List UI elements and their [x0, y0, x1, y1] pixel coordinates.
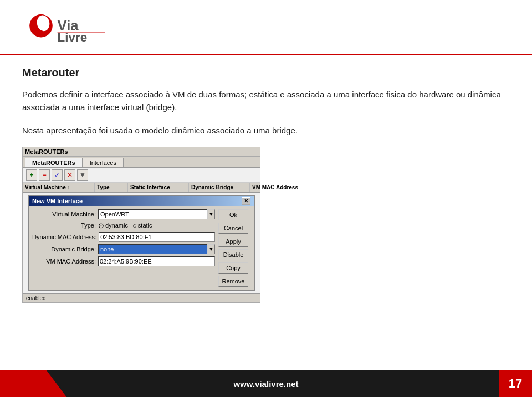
dialog-overlay: New VM Interface ✕ Virtual Machine: Open… [23, 195, 260, 291]
vm-field-row: Virtual Machine: OpenWRT ▼ [32, 209, 215, 219]
radio-dynamic-label: dynamic [105, 222, 128, 229]
col-static: Static Interface [128, 183, 189, 192]
win-title: MetaROUTERs [25, 148, 68, 155]
remove-button-dialog[interactable]: Remove [218, 276, 248, 287]
win-titlebar: MetaROUTERs [23, 147, 260, 157]
apply-button[interactable]: Apply [218, 236, 248, 247]
cancel-button[interactable]: ✕ [64, 169, 75, 181]
vm-input-group: OpenWRT ▼ [98, 209, 215, 219]
type-radio-group: ⊙ dynamic ○ static [98, 221, 152, 230]
vm-input[interactable]: OpenWRT [98, 209, 207, 219]
bridge-label: Dynamic Bridge: [32, 246, 96, 252]
type-field-row: Type: ⊙ dynamic ○ static [32, 221, 215, 230]
header: Via Livre [0, 0, 532, 54]
status-text: enabled [26, 295, 46, 301]
remove-button[interactable]: − [39, 169, 50, 181]
dialog-close-button[interactable]: ✕ [242, 197, 250, 205]
tab-metarouters[interactable]: MetaROUTERs [25, 158, 83, 167]
win-tabs: MetaROUTERs Interfaces [23, 157, 260, 168]
bridge-dropdown-btn[interactable]: ▼ [207, 244, 215, 254]
table-header: Virtual Machine ↑ Type Static Interface … [23, 183, 260, 193]
vm-mac-input[interactable]: 02:24:A5:9B:90:EE [98, 256, 215, 266]
dialog-titlebar: New VM Interface ✕ [29, 196, 254, 206]
logo: Via Livre [17, 10, 105, 49]
radio-static[interactable]: ○ static [132, 221, 152, 230]
check-button[interactable]: ✓ [52, 169, 63, 181]
ok-button[interactable]: Ok [218, 209, 248, 220]
bridge-field-row: Dynamic Bridge: none ▼ [32, 244, 215, 254]
body-text-1: Podemos definir a interface associado à … [22, 88, 510, 114]
mac-input[interactable]: 02:53:83:BD:80:F1 [99, 232, 215, 242]
radio-dynamic-icon: ⊙ [98, 221, 104, 230]
vm-mac-label: VM MAC Address: [32, 258, 96, 265]
copy-button[interactable]: Copy [218, 262, 248, 274]
disable-button[interactable]: Disable [218, 249, 248, 260]
vm-mac-field-row: VM MAC Address: 02:24:A5:9B:90:EE [32, 256, 215, 266]
screenshot-container: MetaROUTERs MetaROUTERs Interfaces + − ✓… [22, 147, 260, 303]
main-content: Metarouter Podemos definir a interface a… [0, 55, 532, 314]
page-title: Metarouter [22, 66, 510, 79]
vm-label: Virtual Machine: [32, 211, 96, 218]
type-label: Type: [32, 222, 96, 229]
add-button[interactable]: + [26, 169, 37, 181]
dialog-buttons: Ok Cancel Apply Disable Copy Remove [218, 209, 250, 287]
tab-interfaces[interactable]: Interfaces [83, 158, 124, 167]
radio-static-icon: ○ [132, 221, 137, 230]
col-dynamic: Dynamic Bridge [189, 183, 250, 192]
col-mac: VM MAC Address [250, 183, 305, 192]
body-text-2: Nesta apresentação foi usada o modelo di… [22, 124, 510, 137]
col-type: Type [95, 183, 128, 192]
svg-text:Livre: Livre [58, 30, 88, 44]
bridge-input[interactable]: none [98, 244, 207, 254]
website-label: www.vialivre.net [17, 379, 515, 389]
status-bar: enabled [23, 293, 260, 302]
dialog-title: New VM Interface [32, 198, 83, 204]
vm-dropdown-btn[interactable]: ▼ [207, 209, 215, 219]
radio-static-label: static [138, 222, 152, 229]
mac-label: Dynamic MAC Address: [32, 234, 96, 240]
bridge-input-group: none ▼ [98, 244, 215, 254]
toolbar: + − ✓ ✕ ▼ [23, 168, 260, 183]
cancel-dialog-button[interactable]: Cancel [218, 223, 248, 234]
bottom-bar: www.vialivre.net 17 [0, 370, 532, 397]
filter-button[interactable]: ▼ [77, 169, 88, 181]
dialog-form: Virtual Machine: OpenWRT ▼ Type: ⊙ [32, 209, 215, 287]
mac-field-row: Dynamic MAC Address: 02:53:83:BD:80:F1 [32, 232, 215, 242]
col-vm: Virtual Machine ↑ [23, 183, 95, 192]
dialog-box: New VM Interface ✕ Virtual Machine: Open… [28, 195, 255, 291]
dialog-body: Virtual Machine: OpenWRT ▼ Type: ⊙ [29, 206, 254, 290]
radio-dynamic[interactable]: ⊙ dynamic [98, 221, 128, 230]
logo-svg: Via Livre [17, 10, 105, 49]
